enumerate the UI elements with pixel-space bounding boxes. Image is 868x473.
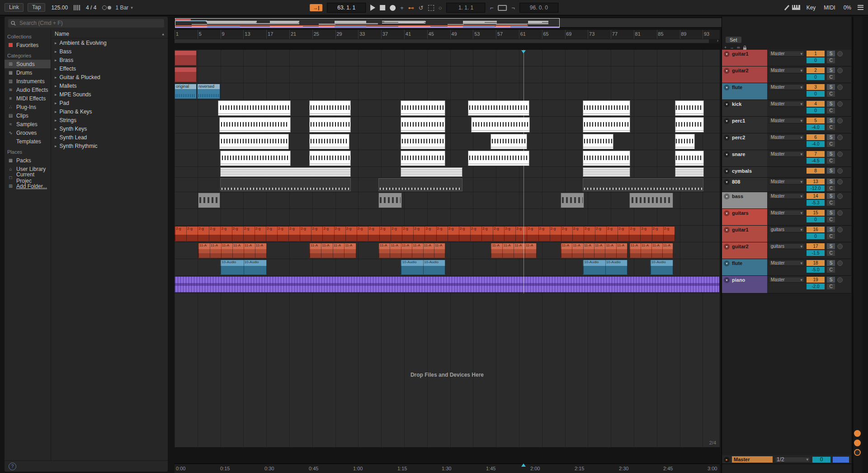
clip[interactable] [309,151,351,166]
volume-value[interactable]: -12.0 [807,185,825,191]
solo-button[interactable]: S [827,101,835,107]
volume-value[interactable]: -4.5 [807,158,825,164]
quantize-select[interactable]: 1 Bar ▾ [115,5,132,11]
clip-10-audio[interactable]: 10-Audio10-Audio [401,260,445,275]
clip-11-a[interactable]: 11-A11-A11-A11-A [309,243,356,258]
track-fold-icon[interactable]: ▾ [724,168,730,174]
overdub-plus-icon[interactable]: + [400,5,404,11]
output-routing-select[interactable]: guitars▾ [769,227,804,232]
pan-value[interactable]: C [827,124,835,130]
midi-channel-badge[interactable]: 7 [807,151,825,157]
clip-original[interactable]: original [175,84,197,99]
volume-value[interactable]: 0 [807,233,825,239]
link-markers-icon[interactable]: ∞ [737,45,740,50]
clip[interactable] [198,193,220,208]
solo-button[interactable]: S [827,260,835,266]
clip[interactable] [491,134,527,149]
midi-channel-badge[interactable]: 19 [807,277,825,283]
pan-value[interactable]: C [827,57,835,63]
solo-button[interactable]: S [827,84,835,90]
track-fold-icon[interactable]: ▾ [724,151,730,157]
track-fold-icon[interactable]: ▾ [724,179,730,185]
volume-value[interactable]: -4.0 [807,124,825,130]
help-icon[interactable]: ? [9,463,16,470]
track-fold-icon[interactable]: ▾ [724,260,730,266]
clip[interactable] [401,151,445,166]
draw-mode-icon[interactable] [784,5,789,10]
solo-button[interactable]: S [827,227,835,232]
track-fold-icon[interactable]: ▾ [724,51,730,57]
loop-button[interactable] [498,5,507,11]
solo-button[interactable]: S [827,151,835,157]
lock-icon[interactable] [743,47,746,50]
output-routing-select[interactable]: Master▾ [769,101,804,107]
midi-channel-badge[interactable]: 1 [807,51,825,57]
clip[interactable] [468,151,529,166]
output-routing-select[interactable]: Master▾ [769,134,804,140]
pan-value[interactable]: C [827,141,835,147]
midi-channel-badge[interactable]: 4 [807,101,825,107]
clip-10-audio[interactable]: 10-Audio10-Audio [583,260,627,275]
metronome-button[interactable] [102,5,111,10]
clip-10-audio[interactable]: 10-Audio [650,260,674,275]
list-item-effects[interactable]: ▸Effects [51,64,168,73]
pan-value[interactable]: C [827,158,835,164]
clip[interactable] [219,117,291,132]
list-item-strings[interactable]: ▸Strings [51,116,168,124]
output-routing-select[interactable]: guitars▾ [769,243,804,249]
key-map-button[interactable]: Key [805,4,818,12]
sidebar-item-samples[interactable]: ≈Samples [5,120,51,128]
keyboard-status-icon[interactable] [854,430,861,437]
master-routing-select[interactable]: 1/2 ▾ [775,457,810,463]
track-fold-icon[interactable]: ▾ [724,244,730,250]
arm-button[interactable] [837,210,843,216]
menu-icon[interactable] [858,5,863,10]
track-name-cell[interactable]: ▾guitar1 [722,226,767,242]
pan-value[interactable]: C [827,185,835,191]
clip[interactable] [309,134,349,149]
clip[interactable] [675,167,704,177]
clip[interactable] [220,178,350,191]
pan-value[interactable]: C [827,200,835,206]
solo-button[interactable]: S [827,210,835,216]
clip[interactable] [309,100,351,116]
midi-channel-badge[interactable]: 17 [807,243,825,249]
track-name-cell[interactable]: ▾piano [722,276,767,293]
sidebar-item-add-folder[interactable]: ⊞Add Folder... [5,182,51,190]
loop-length-display[interactable]: 96. 0. 0 [519,3,558,13]
master-volume-value[interactable]: 0 [812,457,830,463]
sidebar-item-clips[interactable]: ▤Clips [5,111,51,120]
pan-value[interactable]: C [827,108,835,114]
arrangement-position-display[interactable]: 63. 1. 1 [327,3,366,13]
clip[interactable] [471,117,530,132]
list-item-piano-keys[interactable]: ▸Piano & Keys [51,107,168,116]
clip[interactable] [175,50,197,66]
track-fold-icon[interactable]: ▾ [724,118,730,124]
automation-arm-button[interactable]: ⊷ [408,5,414,11]
punch-out-button[interactable]: ¬ [511,5,515,11]
loop-start-display[interactable]: 1. 1. 1 [447,3,486,13]
clip[interactable] [629,193,674,208]
track-name-cell[interactable]: ▾kick [722,100,767,116]
master-cue-box[interactable] [833,457,849,463]
list-item-mallets[interactable]: ▸Mallets [51,81,168,90]
sidebar-item-favorites[interactable]: Favorites [5,41,51,49]
volume-value[interactable]: -4.0 [807,141,825,147]
output-routing-select[interactable]: Master▾ [769,67,804,73]
midi-status-icon[interactable] [854,440,861,446]
nudge-icon[interactable] [74,5,80,10]
punch-in-button[interactable]: ⌐ [490,5,494,11]
clip-11-a[interactable]: 11-A11-A11-A11-A11-A11-A [198,243,267,258]
arm-button[interactable] [837,118,843,123]
clip-11-a[interactable]: 11-A11-A11-A11-A [629,243,674,258]
search-box[interactable] [8,19,164,28]
vertical-scroll-strip[interactable] [853,17,862,473]
track-name-cell[interactable]: ▾flute [722,259,767,275]
solo-button[interactable]: S [827,118,835,123]
pan-value[interactable]: C [827,233,835,239]
list-item-pad[interactable]: ▸Pad [51,99,168,107]
record-button[interactable] [390,5,396,11]
arm-button[interactable] [837,194,843,199]
list-item-synth-keys[interactable]: ▸Synth Keys [51,124,168,133]
clip[interactable] [401,100,445,116]
